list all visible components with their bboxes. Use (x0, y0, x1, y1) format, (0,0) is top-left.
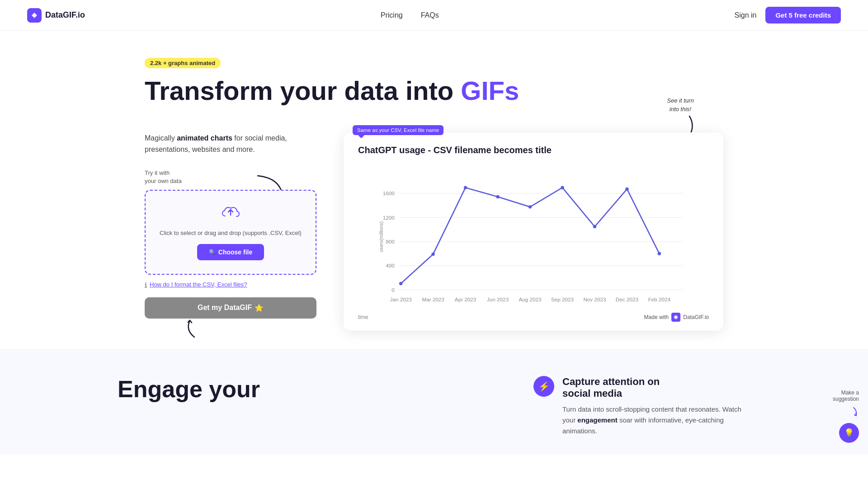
svg-text:1200: 1200 (383, 214, 395, 220)
chart-card: Same as your CSV, Excel file name ChatGP… (344, 132, 723, 331)
nav-pricing-link[interactable]: Pricing (381, 11, 403, 19)
nav-faqs-link[interactable]: FAQs (421, 11, 439, 19)
feature-icon: ⚡ (533, 376, 554, 397)
logo[interactable]: DataGIF.io (27, 8, 85, 23)
svg-text:Nov 2023: Nov 2023 (583, 296, 606, 302)
hero-description: Magically animated charts for social med… (145, 132, 316, 155)
nav-links: Pricing FAQs (381, 11, 439, 19)
hero-section: 2.2k + graphs animated Transform your da… (118, 31, 750, 123)
format-help-link[interactable]: ℹ How do I format the CSV, Excel files? (145, 281, 316, 288)
svg-text:Jun 2023: Jun 2023 (487, 296, 509, 302)
section2-left: Engage your (118, 376, 506, 403)
hero-title: Transform your data into GIFs (145, 76, 519, 105)
gif-highlight: GIFs (461, 76, 519, 105)
svg-text:Aug 2023: Aug 2023 (519, 296, 541, 302)
get-gif-button[interactable]: Get my DataGIF ⭐ (145, 297, 316, 319)
feature-content: Capture attention onsocial media Turn da… (562, 376, 750, 436)
graphs-badge: 2.2k + graphs animated (145, 58, 221, 68)
svg-point-27 (593, 225, 596, 228)
svg-text:Jan 2023: Jan 2023 (390, 296, 412, 302)
button-arrow-icon (181, 317, 208, 339)
svg-text:Sep 2023: Sep 2023 (551, 296, 574, 302)
section2: Engage your ⚡ Capture attention onsocial… (0, 349, 868, 455)
try-label: Try it with your own data (145, 169, 316, 185)
chart-area: users(millions) 0 400 800 1200 1600 Jan … (358, 164, 709, 309)
logo-text: DataGIF.io (45, 10, 85, 20)
svg-point-29 (658, 252, 661, 255)
feature-description: Turn data into scroll-stopping content t… (562, 404, 750, 436)
section2-right: ⚡ Capture attention onsocial media Turn … (533, 376, 750, 436)
engage-title: Engage your (118, 376, 506, 403)
logo-icon (27, 8, 42, 23)
try-it-container: Try it with your own data (145, 169, 316, 185)
svg-point-23 (464, 186, 467, 189)
upload-instruction-text: Click to select or drag and drop (suppor… (155, 229, 307, 238)
search-icon: 🔍 (209, 249, 216, 255)
navbar: DataGIF.io Pricing FAQs Sign in Get 5 fr… (0, 0, 868, 31)
svg-point-21 (399, 282, 402, 285)
choose-file-button[interactable]: 🔍 Choose file (197, 244, 264, 260)
chart-x-axis-label: time (358, 314, 368, 320)
left-panel: Magically animated charts for social med… (145, 132, 316, 319)
svg-text:users(millions): users(millions) (378, 221, 384, 252)
suggestion-button[interactable]: 💡 (839, 423, 859, 443)
upload-icon (155, 204, 307, 224)
upload-dropzone[interactable]: Click to select or drag and drop (suppor… (145, 190, 316, 275)
svg-point-24 (496, 195, 499, 198)
suggestion-widget: Make a suggestion 💡 (833, 389, 859, 443)
info-icon: ℹ (145, 282, 147, 288)
chart-footer: time Made with DataGIF.io (358, 313, 709, 322)
svg-text:800: 800 (386, 239, 395, 244)
chart-filename-tooltip: Same as your CSV, Excel file name (353, 125, 443, 135)
suggestion-arrow-icon (848, 406, 859, 419)
svg-text:Dec 2023: Dec 2023 (616, 296, 638, 302)
star-icon: ⭐ (255, 304, 264, 312)
svg-text:Apr 2023: Apr 2023 (455, 296, 476, 302)
chart-container-wrapper: See it turn into this! Same as your CSV,… (344, 132, 723, 331)
suggestion-label: Make a suggestion (833, 389, 859, 402)
svg-point-25 (528, 205, 532, 208)
nav-right: Sign in Get 5 free credits (735, 7, 841, 23)
free-credits-button[interactable]: Get 5 free credits (765, 7, 841, 23)
main-content: Magically animated charts for social med… (118, 123, 750, 349)
datagif-watermark-icon (671, 313, 680, 322)
svg-text:Mar 2023: Mar 2023 (422, 296, 444, 302)
svg-point-26 (561, 186, 564, 189)
sign-in-button[interactable]: Sign in (735, 11, 757, 19)
chart-title: ChatGPT usage - CSV filename becomes tit… (358, 145, 709, 155)
svg-point-22 (431, 252, 434, 255)
feature-card: ⚡ Capture attention onsocial media Turn … (533, 376, 750, 436)
svg-point-0 (33, 14, 36, 17)
svg-point-28 (625, 187, 628, 190)
svg-text:Feb 2024: Feb 2024 (648, 296, 671, 302)
get-gif-container: Get my DataGIF ⭐ (145, 297, 316, 319)
svg-text:0: 0 (392, 286, 395, 292)
feature-title: Capture attention onsocial media (562, 376, 750, 399)
made-with-attribution: Made with DataGIF.io (644, 313, 709, 322)
svg-text:1600: 1600 (383, 190, 395, 196)
svg-text:400: 400 (386, 263, 395, 268)
chart-svg: users(millions) 0 400 800 1200 1600 Jan … (358, 164, 709, 309)
